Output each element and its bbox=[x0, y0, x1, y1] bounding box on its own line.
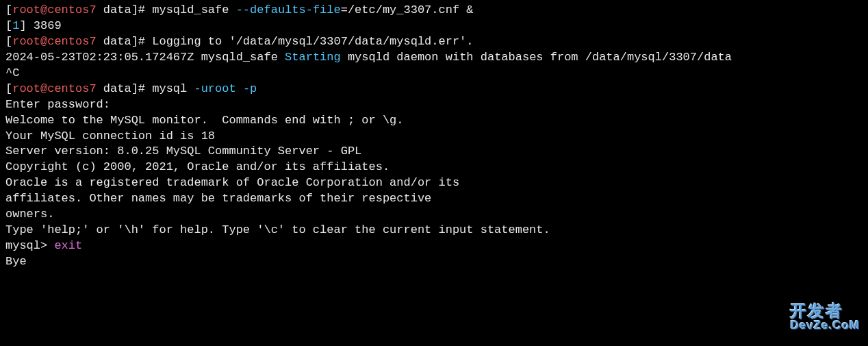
trademark-line-3: owners. bbox=[5, 207, 863, 223]
trademark-line-1: Oracle is a registered trademark of Orac… bbox=[5, 175, 863, 191]
prompt-user: root@centos7 bbox=[12, 3, 96, 16]
ctrl-c: ^C bbox=[5, 66, 863, 82]
command-mysqld-safe: mysqld_safe bbox=[152, 3, 235, 16]
mysql-prompt-line: mysql> exit bbox=[5, 238, 863, 254]
prompt-line-3: [root@centos7 data]# mysql -uroot -p bbox=[5, 82, 863, 97]
log-timestamp: 2024-05-23T02:23:05.172467Z mysqld_safe bbox=[5, 51, 285, 64]
copyright-line: Copyright (c) 2000, 2021, Oracle and/or … bbox=[5, 160, 863, 175]
trademark-line-2: affiliates. Other names may be trademark… bbox=[5, 191, 863, 207]
mysql-prompt: mysql> bbox=[5, 239, 54, 252]
log-path: Logging to '/data/mysql/3307/data/mysqld… bbox=[152, 35, 473, 48]
log-line: 2024-05-23T02:23:05.172467Z mysqld_safe … bbox=[5, 50, 863, 66]
enter-password: Enter password: bbox=[5, 97, 863, 113]
exit-command: exit bbox=[54, 239, 82, 252]
watermark: 开发者 DevZe.CoM bbox=[790, 303, 860, 331]
watermark-url: DevZe.CoM bbox=[790, 319, 860, 331]
server-version: Server version: 8.0.25 MySQL Community S… bbox=[5, 144, 863, 160]
command-mysql: mysql bbox=[152, 82, 194, 95]
welcome-line: Welcome to the MySQL monitor. Commands e… bbox=[5, 113, 863, 129]
option-defaults-file: --defaults-file bbox=[236, 3, 341, 16]
job-pid: 3869 bbox=[27, 19, 62, 32]
bye-line: Bye bbox=[5, 254, 863, 270]
prompt-line-1: [root@centos7 data]# mysqld_safe --defau… bbox=[5, 3, 863, 18]
option-p: -p bbox=[243, 82, 257, 95]
job-number: 1 bbox=[12, 19, 19, 32]
job-line: [1] 3869 bbox=[5, 18, 863, 34]
connection-id: Your MySQL connection id is 18 bbox=[5, 129, 863, 145]
help-line: Type 'help;' or '\h' for help. Type '\c'… bbox=[5, 223, 863, 238]
prompt-line-2: [root@centos7 data]# Logging to '/data/m… bbox=[5, 34, 863, 50]
option-uroot: -uroot bbox=[194, 82, 235, 95]
log-starting: Starting bbox=[285, 51, 341, 64]
watermark-cn: 开发者 bbox=[790, 303, 860, 319]
